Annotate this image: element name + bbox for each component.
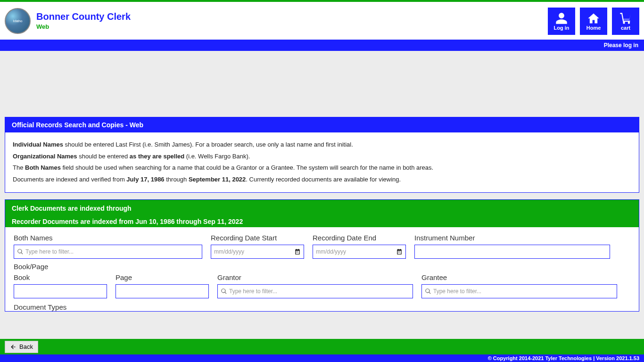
arrow-left-icon (10, 344, 17, 350)
index-status-header: Clerk Documents are indexed through Reco… (5, 200, 639, 227)
org-names-text2: (i.e. Wells Fargo Bank). (184, 153, 250, 160)
app-subtitle: Web (36, 23, 131, 30)
form-row-1: Both Names Recording Date Start Recordin… (14, 234, 630, 259)
date-from-bold: July 17, 1986 (126, 176, 164, 183)
both-names-input-wrap[interactable] (14, 245, 202, 259)
instructions-panel: Official Records Search and Copies - Web… (5, 117, 639, 193)
page-label: Page (116, 273, 209, 281)
as-spelled-bold: as they are spelled (130, 153, 184, 160)
through-text: through (165, 176, 189, 183)
county-seal-logo: Idaho (5, 8, 31, 34)
search-form: Both Names Recording Date Start Recordin… (5, 227, 639, 311)
rec-end-input[interactable] (316, 245, 394, 258)
recorder-indexed-line: Recorder Documents are indexed from Jun … (12, 218, 632, 225)
grantor-input[interactable] (229, 285, 410, 298)
copyright-bar: © Copyright 2014-2021 Tyler Technologies… (0, 354, 644, 362)
login-button[interactable]: Log in (548, 8, 575, 35)
app-title: Bonner County Clerk (36, 11, 131, 22)
grantee-field: Grantee (421, 273, 617, 298)
instrument-label: Instrument Number (414, 234, 610, 242)
login-bar: Please log in (0, 40, 644, 51)
indexed-pre: Documents are indexed and verified from (13, 176, 126, 183)
page-input-wrap[interactable] (116, 284, 209, 298)
grantor-label: Grantor (217, 273, 413, 281)
instructions-line-1: Individual Names should be entered Last … (13, 139, 631, 151)
book-input[interactable] (17, 285, 104, 298)
calendar-icon[interactable] (396, 248, 403, 255)
calendar-icon[interactable] (294, 248, 301, 255)
search-icon (17, 248, 24, 255)
footer-bar: Back (0, 339, 644, 354)
please-login-link[interactable]: Please log in (604, 42, 638, 49)
org-names-text1: should be entered (77, 153, 130, 160)
rec-start-label: Recording Date Start (211, 234, 304, 242)
date-to-bold: September 11, 2022 (189, 176, 246, 183)
spacer (5, 56, 639, 117)
instrument-field: Instrument Number (414, 234, 610, 259)
instrument-input-wrap[interactable] (414, 245, 610, 259)
header-actions: Log in Home cart (548, 8, 639, 35)
copyright-text: © Copyright 2014-2021 Tyler Technologies… (488, 355, 639, 361)
individual-names-text: should be entered Last First (i.e. Smith… (63, 141, 353, 148)
page-field: Page (116, 273, 209, 298)
person-icon (555, 12, 568, 25)
cart-label: cart (621, 25, 630, 31)
search-panel: Clerk Documents are indexed through Reco… (5, 199, 639, 312)
clerk-indexed-line: Clerk Documents are indexed through (12, 205, 632, 212)
grantee-input-wrap[interactable] (421, 284, 617, 298)
instrument-input[interactable] (418, 245, 607, 258)
login-label: Log in (554, 25, 570, 31)
both-names-input[interactable] (25, 245, 199, 258)
rec-start-input[interactable] (214, 245, 292, 258)
instructions-body: Individual Names should be entered Last … (5, 132, 639, 192)
book-field: Book (14, 273, 107, 298)
instructions-header: Official Records Search and Copies - Web (5, 117, 639, 132)
book-input-wrap[interactable] (14, 284, 107, 298)
rec-start-field: Recording Date Start (211, 234, 304, 259)
both-names-bold: Both Names (25, 164, 61, 171)
search-icon (425, 288, 431, 295)
grantor-input-wrap[interactable] (217, 284, 413, 298)
both-names-pre: The (13, 164, 25, 171)
book-label: Book (14, 273, 107, 281)
home-icon (587, 12, 600, 25)
both-names-text: field should be used when searching for … (61, 164, 433, 171)
org-names-bold: Organizational Names (13, 153, 77, 160)
individual-names-bold: Individual Names (13, 141, 63, 148)
indexed-post: . Currently recorded documents are avail… (246, 176, 401, 183)
header: Idaho Bonner County Clerk Web Log in Hom… (0, 2, 644, 40)
rec-end-label: Recording Date End (313, 234, 406, 242)
rec-end-field: Recording Date End (313, 234, 406, 259)
content-area: Official Records Search and Copies - Web… (0, 51, 644, 339)
grantor-field: Grantor (217, 273, 413, 298)
form-row-2: Book Page Grantor (14, 273, 630, 298)
cart-button[interactable]: cart (612, 8, 639, 35)
home-label: Home (586, 25, 601, 31)
instructions-line-2: Organizational Names should be entered a… (13, 151, 631, 163)
book-page-label: Book/Page (14, 263, 630, 271)
home-button[interactable]: Home (580, 8, 607, 35)
rec-start-input-wrap[interactable] (211, 245, 304, 259)
back-label: Back (19, 343, 33, 350)
back-button[interactable]: Back (5, 341, 38, 353)
doc-types-label: Document Types (14, 303, 630, 311)
cart-icon (619, 12, 632, 25)
grantee-label: Grantee (421, 273, 617, 281)
search-icon (221, 288, 227, 295)
title-block: Bonner County Clerk Web (36, 11, 131, 30)
grantee-input[interactable] (433, 285, 614, 298)
rec-end-input-wrap[interactable] (313, 245, 406, 259)
instructions-line-4: Documents are indexed and verified from … (13, 174, 631, 186)
page-input[interactable] (119, 285, 206, 298)
both-names-field: Both Names (14, 234, 202, 259)
both-names-label: Both Names (14, 234, 202, 242)
instructions-line-3: The Both Names field should be used when… (13, 162, 631, 174)
